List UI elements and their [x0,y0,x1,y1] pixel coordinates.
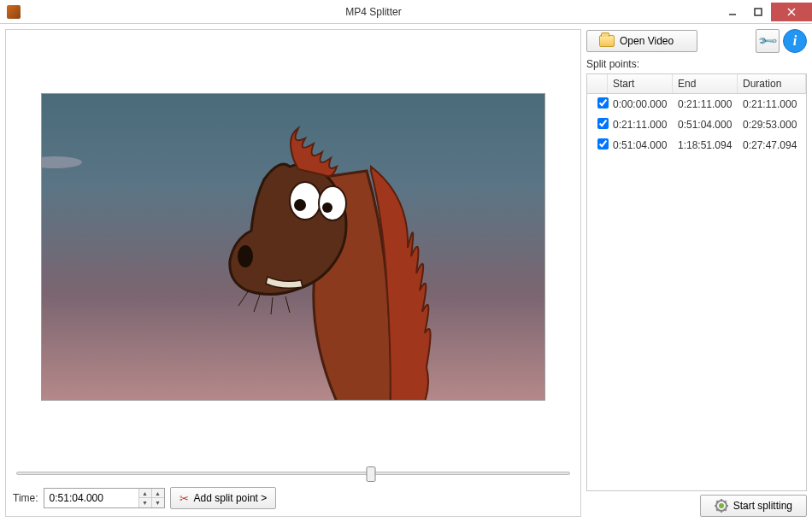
svg-line-11 [271,297,273,314]
time-input-wrap: ▲ ▼ ▲ ▼ [44,488,165,508]
open-video-button[interactable]: Open Video [586,30,697,52]
video-preview[interactable] [41,93,545,401]
slider-thumb[interactable] [366,466,375,482]
folder-icon [599,35,615,47]
bottom-controls: Time: ▲ ▼ ▲ ▼ ✂ Add split point > [13,487,574,509]
time-down-fine[interactable]: ▼ [152,498,164,507]
wrench-icon: 🔧 [756,30,779,52]
time-input[interactable] [44,490,138,506]
time-spinner-fine: ▲ ▼ [151,489,164,507]
cell-end: 1:18:51.094 [673,138,738,153]
split-table-header: Start End Duration [587,74,806,94]
cell-duration: 0:21:11.000 [738,97,806,112]
info-button[interactable]: i [783,29,807,53]
cell-duration: 0:29:53.000 [738,117,806,132]
add-split-button[interactable]: ✂ Add split point > [170,487,277,509]
svg-point-4 [290,182,321,220]
svg-point-13 [41,156,82,168]
time-down-coarse[interactable]: ▼ [139,498,151,507]
svg-point-8 [238,245,253,267]
cell-start: 0:51:04.000 [608,138,673,153]
top-toolbar: Open Video 🔧 i [586,29,807,53]
gear-icon [715,499,728,513]
cell-start: 0:00:00.000 [608,97,673,112]
video-area [13,37,574,456]
col-start[interactable]: Start [608,74,673,93]
time-up-fine[interactable]: ▲ [152,489,164,498]
svg-rect-1 [755,9,762,15]
cell-end: 0:21:11.000 [673,97,738,112]
time-label: Time: [13,492,38,504]
open-video-label: Open Video [620,35,674,47]
start-splitting-button[interactable]: Start splitting [700,495,807,517]
scissors-icon: ✂ [179,492,189,505]
time-spinner-coarse: ▲ ▼ [138,489,151,507]
titlebar: MP4 Splitter [0,0,812,24]
app-icon [7,5,21,19]
svg-point-15 [719,503,724,508]
cell-start: 0:21:11.000 [608,117,673,132]
svg-point-6 [294,199,306,211]
svg-line-9 [238,290,249,306]
table-row[interactable]: 0:00:00.0000:21:11.0000:21:11.000 [587,94,806,114]
table-row[interactable]: 0:21:11.0000:51:04.0000:29:53.000 [587,114,806,135]
split-points-table: Start End Duration 0:00:00.0000:21:11.00… [586,73,807,491]
col-end[interactable]: End [673,74,738,93]
maximize-button[interactable] [745,3,771,21]
svg-line-12 [285,296,290,313]
timeline-slider[interactable] [16,465,570,482]
cell-end: 0:51:04.000 [673,117,738,132]
add-split-label: Add split point > [194,492,268,504]
svg-point-7 [322,202,332,213]
right-panel: Open Video 🔧 i Split points: Start End D… [586,29,807,517]
time-up-coarse[interactable]: ▲ [139,489,151,498]
window-controls [720,3,812,21]
close-button[interactable] [771,3,812,21]
split-points-label: Split points: [586,58,807,70]
window-title: MP4 Splitter [27,6,720,18]
svg-point-5 [319,186,346,220]
info-icon: i [793,33,797,49]
video-frame-illustration [204,120,444,401]
settings-button[interactable]: 🔧 [756,29,780,53]
col-checkbox [587,74,608,93]
minimize-button[interactable] [720,3,745,21]
col-duration[interactable]: Duration [738,74,806,93]
svg-line-10 [254,295,260,312]
start-splitting-label: Start splitting [733,500,792,512]
decoration-cloud [41,154,85,171]
cell-duration: 0:27:47.094 [738,138,806,153]
table-row[interactable]: 0:51:04.0001:18:51.0940:27:47.094 [587,135,806,155]
left-panel: Time: ▲ ▼ ▲ ▼ ✂ Add split point > [5,29,581,517]
